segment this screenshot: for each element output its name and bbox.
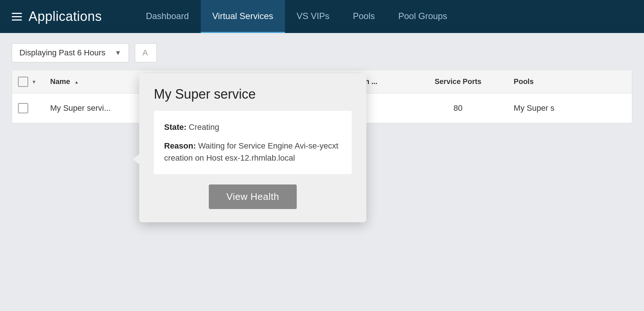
chevron-down-icon: ▼ — [115, 49, 121, 57]
col-header-service-ports: Service Ports — [407, 77, 509, 86]
select-chevron-icon[interactable]: ▾ — [33, 79, 35, 85]
state-value: Creating — [189, 122, 219, 132]
health-popup: My Super service State: Creating Reason:… — [139, 73, 366, 222]
sort-name-icon[interactable] — [74, 80, 79, 85]
popup-reason: Reason: Waiting for Service Engine Avi-s… — [164, 140, 341, 164]
displaying-label: Displaying Past 6 Hours — [19, 48, 106, 58]
nav-item-vs-vips[interactable]: VS VIPs — [285, 0, 341, 33]
col-header-pools: Pools — [509, 77, 626, 86]
app-title: Applications — [29, 9, 102, 24]
nav-item-virtual-services[interactable]: Virtual Services — [201, 0, 285, 33]
nav-item-dashboard[interactable]: Dashboard — [134, 0, 200, 33]
select-all-checkbox[interactable] — [18, 77, 28, 87]
col-header-check: ▾ — [18, 77, 47, 87]
main-content: Displaying Past 6 Hours ▼ A ▾ Name Healt… — [0, 33, 644, 133]
main-nav: Dashboard Virtual Services VS VIPs Pools… — [134, 0, 459, 33]
view-health-button[interactable]: View Health — [209, 184, 297, 209]
brand: Applications — [12, 9, 102, 24]
popup-arrow — [133, 154, 139, 164]
popup-title: My Super service — [154, 87, 352, 102]
row-checkbox[interactable] — [18, 103, 28, 113]
row-service-ports: 80 — [407, 103, 509, 113]
state-label: State: — [164, 122, 186, 132]
reason-label: Reason: — [164, 141, 196, 150]
popup-body: State: Creating Reason: Waiting for Serv… — [154, 111, 352, 174]
navbar: Applications Dashboard Virtual Services … — [0, 0, 644, 33]
nav-item-pools[interactable]: Pools — [341, 0, 386, 33]
toolbar: Displaying Past 6 Hours ▼ A — [12, 43, 632, 62]
search-button[interactable]: A — [135, 43, 157, 62]
popup-state: State: Creating — [164, 121, 341, 133]
row-check-col — [18, 103, 47, 113]
displaying-dropdown[interactable]: Displaying Past 6 Hours ▼ — [12, 43, 129, 62]
search-label: A — [143, 48, 148, 58]
hamburger-icon[interactable] — [12, 13, 22, 21]
nav-item-pool-groups[interactable]: Pool Groups — [386, 0, 459, 33]
row-pools: My Super s — [509, 103, 626, 113]
